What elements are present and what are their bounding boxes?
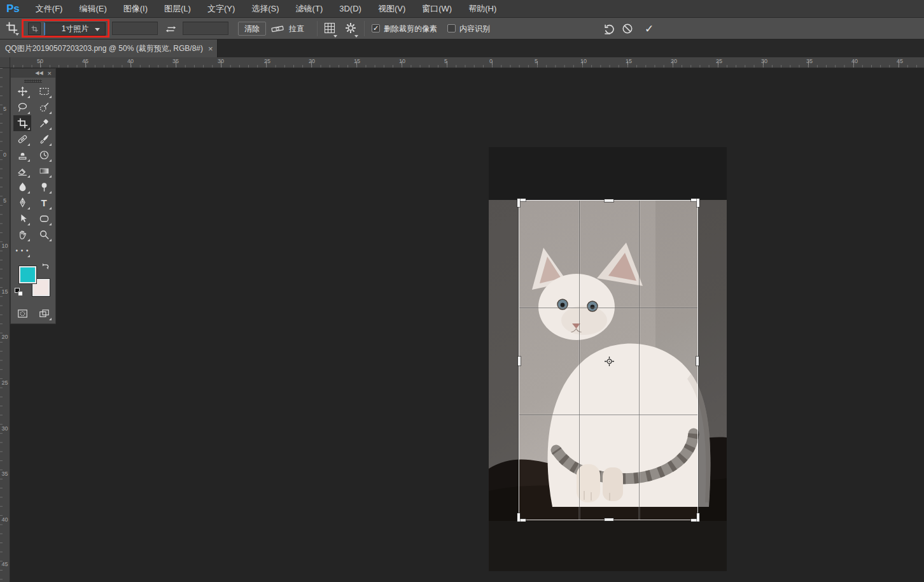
crop-box[interactable] xyxy=(519,200,698,520)
quick-selection-tool[interactable] xyxy=(35,99,53,115)
delete-cropped-pixels-checkbox[interactable]: ✓ xyxy=(372,24,380,32)
menu-layer[interactable]: 图层(L) xyxy=(156,0,199,18)
delete-cropped-pixels-label[interactable]: 删除裁剪的像素 xyxy=(384,24,437,34)
crop-handle-left[interactable] xyxy=(518,357,521,366)
menu-view[interactable]: 视图(V) xyxy=(370,0,414,18)
level-icon xyxy=(271,24,284,34)
close-panel-icon[interactable]: × xyxy=(48,71,52,76)
crop-width-field[interactable] xyxy=(112,22,158,35)
quick-mask-button[interactable] xyxy=(13,306,31,322)
clone-stamp-tool[interactable] xyxy=(13,147,31,163)
annotation-highlight-box xyxy=(22,19,109,38)
document-title: QQ图片20190507203203.png @ 50% (裁剪预览, RGB/… xyxy=(5,43,203,54)
gradient-tool[interactable] xyxy=(35,163,53,179)
crop-options-bar: 1寸照片 清除 拉直 ✓ 删除裁剪的像素 内容识 xyxy=(0,18,924,39)
ruler-corner xyxy=(0,57,10,68)
toolbox-header: ◀◀ × xyxy=(11,69,55,78)
ellipsis-icon: • • • xyxy=(15,247,29,254)
history-brush-tool[interactable] xyxy=(35,147,53,163)
horizontal-ruler[interactable]: 50 45 40 35 30 25 20 15 10 5 0 5 10 15 2… xyxy=(0,57,924,68)
content-aware-label[interactable]: 内容识别 xyxy=(459,24,490,34)
crop-handle-right[interactable] xyxy=(696,357,699,366)
crop-handle-top[interactable] xyxy=(605,199,613,202)
menu-edit[interactable]: 编辑(E) xyxy=(71,0,115,18)
swap-colors-icon[interactable] xyxy=(41,263,50,274)
overlay-options-button[interactable] xyxy=(323,22,336,34)
cancel-icon xyxy=(622,23,633,34)
thirds-gridline xyxy=(639,201,640,520)
chevron-down-icon xyxy=(333,35,337,38)
commit-check-icon: ✓ xyxy=(645,22,654,36)
move-tool[interactable] xyxy=(13,83,31,99)
separator xyxy=(364,21,365,36)
crop-shield-right xyxy=(698,200,727,521)
reset-icon xyxy=(603,23,615,35)
document-tab-bar: QQ图片20190507203203.png @ 50% (裁剪预览, RGB/… xyxy=(0,39,924,57)
menu-filter[interactable]: 滤镜(T) xyxy=(288,0,332,18)
menu-3d[interactable]: 3D(D) xyxy=(331,0,370,18)
thirds-gridline xyxy=(519,415,697,415)
menu-image[interactable]: 图像(I) xyxy=(115,0,156,18)
crop-handle-bottom-left[interactable] xyxy=(517,513,526,522)
foreground-color-swatch[interactable] xyxy=(19,266,36,283)
zoom-tool[interactable] xyxy=(35,227,53,243)
vertical-ruler[interactable]: 5 0 5 10 15 20 25 30 35 40 45 xyxy=(0,68,10,582)
photoshop-logo: Ps xyxy=(0,3,27,15)
crop-handle-top-right[interactable] xyxy=(691,199,699,207)
crop-handle-bottom-right[interactable] xyxy=(691,513,699,522)
menu-type[interactable]: 文字(Y) xyxy=(199,0,243,18)
crop-settings-button[interactable] xyxy=(344,22,357,34)
crop-handle-top-left[interactable] xyxy=(517,199,526,207)
crop-tool-indicator-icon[interactable] xyxy=(6,22,18,34)
menu-select[interactable]: 选择(S) xyxy=(243,0,287,18)
edit-toolbar-button[interactable]: • • • xyxy=(13,243,31,259)
commit-crop-button[interactable]: ✓ xyxy=(641,21,657,36)
path-selection-tool[interactable] xyxy=(13,211,31,227)
crop-shield-left xyxy=(489,200,519,521)
marquee-tool[interactable] xyxy=(35,83,53,99)
toolbox-panel: ◀◀ × xyxy=(10,68,56,324)
menu-window[interactable]: 窗口(W) xyxy=(414,0,460,18)
gear-icon xyxy=(344,22,357,34)
content-aware-checkbox[interactable] xyxy=(447,24,456,32)
menu-file[interactable]: 文件(F) xyxy=(27,0,71,18)
collapse-panel-icon[interactable]: ◀◀ xyxy=(35,71,43,76)
chevron-down-icon xyxy=(354,35,358,38)
eraser-tool[interactable] xyxy=(13,163,31,179)
pen-tool[interactable] xyxy=(13,195,31,211)
reset-crop-button[interactable] xyxy=(601,21,617,36)
spot-healing-brush-tool[interactable] xyxy=(13,131,31,147)
type-tool[interactable]: T xyxy=(35,195,53,211)
crop-handle-bottom[interactable] xyxy=(605,518,613,521)
color-swatches xyxy=(11,262,55,304)
crop-tool[interactable] xyxy=(13,115,31,131)
dodge-tool[interactable] xyxy=(35,179,53,195)
swap-width-height-button[interactable] xyxy=(164,22,178,36)
blur-tool[interactable] xyxy=(13,179,31,195)
panel-grip[interactable] xyxy=(24,80,42,83)
thirds-gridline xyxy=(519,308,697,308)
clear-button[interactable]: 清除 xyxy=(238,22,266,36)
screen-mode-button[interactable] xyxy=(35,306,53,322)
separator xyxy=(317,21,318,36)
menu-bar: Ps 文件(F) 编辑(E) 图像(I) 图层(L) 文字(Y) 选择(S) 滤… xyxy=(0,0,924,18)
eyedropper-tool[interactable] xyxy=(35,115,53,131)
brush-tool[interactable] xyxy=(35,131,53,147)
thirds-gridline xyxy=(579,201,580,520)
default-colors-icon[interactable] xyxy=(15,288,23,296)
hand-tool[interactable] xyxy=(13,227,31,243)
menu-help[interactable]: 帮助(H) xyxy=(460,0,505,18)
chevron-down-icon xyxy=(15,33,19,36)
grid-overlay-icon xyxy=(323,22,336,34)
crop-center-pivot[interactable] xyxy=(605,357,614,369)
toolbox-spacer xyxy=(35,243,53,259)
document-canvas xyxy=(489,147,727,571)
document-tab[interactable]: QQ图片20190507203203.png @ 50% (裁剪预览, RGB/… xyxy=(0,39,218,57)
crop-height-field[interactable] xyxy=(183,22,228,35)
cancel-crop-button[interactable] xyxy=(620,21,635,36)
tab-close-icon[interactable]: × xyxy=(208,44,213,53)
straighten-button[interactable]: 拉直 xyxy=(271,21,304,36)
lasso-tool[interactable] xyxy=(13,99,31,115)
shape-tool[interactable] xyxy=(35,211,53,227)
